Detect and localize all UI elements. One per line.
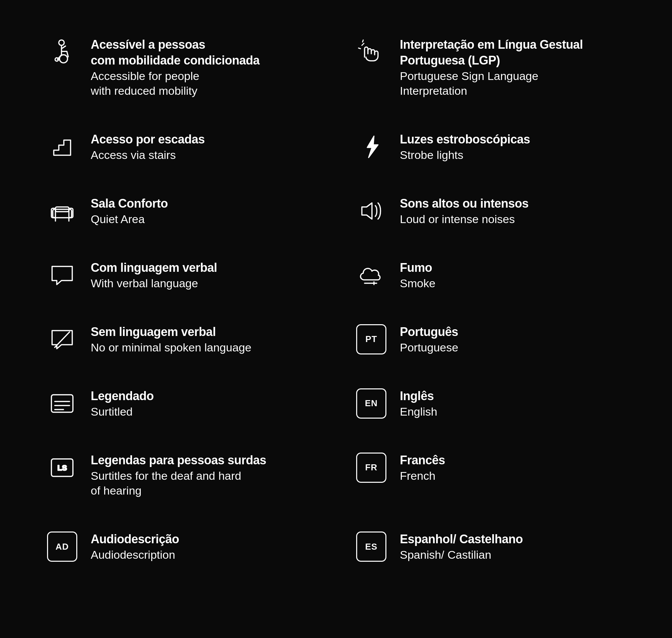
- label-pt: Audiodescrição: [91, 532, 179, 547]
- item-text: Luzes estroboscópicas Strobe lights: [400, 132, 530, 162]
- item-text: Sala Conforto Quiet Area: [91, 196, 168, 226]
- list-item: Acesso por escadas Access via stairs: [27, 115, 336, 179]
- item-text: Legendado Surtitled: [91, 388, 154, 419]
- item-text: Acesso por escadas Access via stairs: [91, 132, 205, 162]
- label-en: Accessible for peoplewith reduced mobili…: [91, 69, 260, 98]
- label-pt: Português: [400, 324, 458, 340]
- list-item: Interpretação em Língua GestualPortugues…: [336, 20, 645, 115]
- smoke-icon: [356, 260, 386, 290]
- label-pt: Sons altos ou intensos: [400, 196, 528, 212]
- item-text: Sem linguagem verbal No or minimal spoke…: [91, 324, 251, 355]
- item-text: Acessível a pessoascom mobilidade condic…: [91, 37, 260, 98]
- label-en: Portuguese: [400, 340, 458, 355]
- list-item: Sala Conforto Quiet Area: [27, 179, 336, 243]
- label-en: Spanish/ Castilian: [400, 547, 523, 562]
- spanish-badge-icon: ES: [356, 532, 386, 562]
- list-item: Com linguagem verbal With verbal languag…: [27, 243, 336, 307]
- svg-point-0: [59, 40, 64, 45]
- item-text: Inglês English: [400, 388, 437, 419]
- label-en: Smoke: [400, 276, 435, 291]
- surtitled-icon: [47, 388, 77, 419]
- item-text: Francês French: [400, 453, 445, 483]
- list-item: Sons altos ou intensos Loud or intense n…: [336, 179, 645, 243]
- item-text: Legendas para pessoas surdas Surtitles f…: [91, 453, 266, 498]
- label-pt: Legendas para pessoas surdas: [91, 453, 266, 468]
- list-item: FR Francês French: [336, 436, 645, 515]
- svg-point-1: [60, 55, 68, 63]
- badge-PT: PT: [356, 324, 386, 354]
- label-pt: Espanhol/ Castelhano: [400, 532, 523, 547]
- badge-EN: EN: [356, 388, 386, 419]
- svg-marker-3: [367, 136, 378, 157]
- deaf-surtitles-icon: LS: [47, 453, 77, 483]
- label-en: Quiet Area: [91, 212, 168, 226]
- label-en: Surtitles for the deaf and hardof hearin…: [91, 468, 266, 498]
- list-item: PT Português Portuguese: [336, 307, 645, 372]
- stairs-icon: [47, 132, 77, 162]
- label-pt: Luzes estroboscópicas: [400, 132, 530, 148]
- no-verbal-icon: [47, 324, 77, 354]
- label-pt: Acessível a pessoascom mobilidade condic…: [91, 37, 260, 69]
- label-pt: Legendado: [91, 388, 154, 404]
- label-pt: Sala Conforto: [91, 196, 168, 212]
- label-en: Portuguese Sign LanguageInterpretation: [400, 69, 583, 98]
- label-pt: Inglês: [400, 388, 437, 404]
- svg-point-2: [55, 58, 58, 61]
- item-text: Espanhol/ Castelhano Spanish/ Castilian: [400, 532, 523, 562]
- item-text: Audiodescrição Audiodescription: [91, 532, 179, 562]
- accessibility-grid: Acessível a pessoascom mobilidade condic…: [27, 20, 645, 579]
- label-pt: Acesso por escadas: [91, 132, 205, 148]
- list-item: LS Legendas para pessoas surdas Surtitle…: [27, 436, 336, 515]
- label-en: With verbal language: [91, 276, 217, 291]
- list-item: Acessível a pessoascom mobilidade condic…: [27, 20, 336, 115]
- label-en: Surtitled: [91, 404, 154, 419]
- svg-marker-10: [362, 203, 372, 219]
- svg-text:LS: LS: [57, 464, 67, 472]
- list-item: AD Audiodescrição Audiodescription: [27, 515, 336, 579]
- strobe-icon: [356, 132, 386, 162]
- label-en: Access via stairs: [91, 148, 205, 162]
- list-item: EN Inglês English: [336, 372, 645, 436]
- label-en: Audiodescription: [91, 547, 179, 562]
- verbal-icon: [47, 260, 77, 290]
- loud-noises-icon: [356, 196, 386, 226]
- sign-language-icon: [356, 37, 386, 67]
- item-text: Sons altos ou intensos Loud or intense n…: [400, 196, 528, 226]
- label-pt: Fumo: [400, 260, 435, 276]
- wheelchair-icon: [47, 37, 77, 67]
- french-badge-icon: FR: [356, 453, 386, 483]
- label-pt: Sem linguagem verbal: [91, 324, 251, 340]
- quiet-area-icon: [47, 196, 77, 226]
- item-text: Interpretação em Língua GestualPortugues…: [400, 37, 583, 98]
- badge-FR: FR: [356, 453, 386, 483]
- item-text: Português Portuguese: [400, 324, 458, 355]
- list-item: ES Espanhol/ Castelhano Spanish/ Castili…: [336, 515, 645, 579]
- label-pt: Interpretação em Língua GestualPortugues…: [400, 37, 583, 69]
- label-en: English: [400, 404, 437, 419]
- english-badge-icon: EN: [356, 388, 386, 419]
- label-pt: Francês: [400, 453, 445, 468]
- list-item: Legendado Surtitled: [27, 372, 336, 436]
- label-pt: Com linguagem verbal: [91, 260, 217, 276]
- badge-AD: AD: [47, 532, 77, 562]
- item-text: Com linguagem verbal With verbal languag…: [91, 260, 217, 291]
- list-item: Fumo Smoke: [336, 243, 645, 307]
- label-en: Strobe lights: [400, 148, 530, 162]
- label-en: Loud or intense noises: [400, 212, 528, 226]
- label-en: French: [400, 468, 445, 483]
- label-en: No or minimal spoken language: [91, 340, 251, 355]
- badge-ES: ES: [356, 532, 386, 562]
- audiodescription-icon: AD: [47, 532, 77, 562]
- list-item: Luzes estroboscópicas Strobe lights: [336, 115, 645, 179]
- portuguese-badge-icon: PT: [356, 324, 386, 354]
- item-text: Fumo Smoke: [400, 260, 435, 291]
- list-item: Sem linguagem verbal No or minimal spoke…: [27, 307, 336, 372]
